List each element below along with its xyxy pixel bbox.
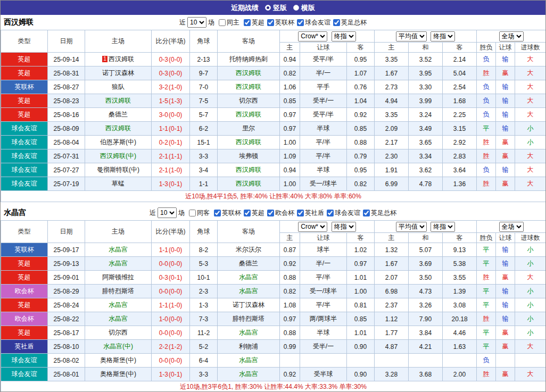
league-checkbox[interactable] bbox=[327, 210, 334, 216]
league-checkbox[interactable] bbox=[214, 210, 221, 216]
away-team-name: 里尔 bbox=[242, 124, 255, 132]
league-filter-label: 英社盾 bbox=[305, 208, 324, 218]
away-team-cell: 埃弗顿 bbox=[218, 149, 280, 163]
league-checkbox[interactable] bbox=[244, 19, 251, 26]
odds-away: 0.92 bbox=[347, 108, 375, 122]
league-checkbox[interactable] bbox=[267, 210, 274, 216]
avg-draw: 7.90 bbox=[409, 312, 443, 326]
team-name: 水晶宫 bbox=[4, 208, 26, 218]
result-handicap: 输 bbox=[496, 94, 515, 108]
col-header-type: 类型 bbox=[1, 221, 48, 243]
layout-option-vertical[interactable]: 竖版 bbox=[265, 3, 287, 13]
result-outcome: 平 bbox=[477, 257, 496, 271]
sub-header-odds-away: 客 bbox=[347, 43, 375, 53]
same-venue-checkbox[interactable] bbox=[219, 19, 226, 26]
odds-away: 0.95 bbox=[347, 163, 375, 177]
home-team-name: 西汉姆联(中) bbox=[100, 152, 136, 160]
league-checkbox[interactable] bbox=[297, 210, 304, 216]
away-team-cell: 西汉姆联 bbox=[218, 108, 280, 122]
full-time-score: 1-3 bbox=[159, 371, 168, 378]
odds-handicap: 受平/半 bbox=[300, 108, 347, 122]
radio-selected-icon[interactable] bbox=[265, 5, 271, 11]
match-date: 25-08-17 bbox=[48, 326, 85, 340]
odds-company-select[interactable]: Crow* bbox=[298, 31, 327, 41]
same-venue-filter[interactable]: 同客 bbox=[186, 208, 210, 218]
league-filter[interactable]: 英超 bbox=[241, 208, 264, 218]
league-checkbox[interactable] bbox=[267, 19, 274, 26]
away-team-name: 西汉姆联 bbox=[236, 83, 261, 90]
sub-header-goals: 进球数 bbox=[515, 43, 546, 53]
avg-draw: 3.65 bbox=[409, 136, 443, 149]
odds-company-select[interactable]: Crow* bbox=[298, 222, 327, 232]
avg-away: 1.68 bbox=[443, 94, 477, 108]
odds-handicap: 半球 bbox=[300, 326, 347, 340]
result-outcome: 胜 bbox=[477, 149, 496, 163]
league-checkbox[interactable] bbox=[333, 19, 340, 26]
home-team-cell: 切尔西 bbox=[85, 326, 152, 340]
average-select[interactable]: 平均值 bbox=[396, 31, 427, 41]
odds-away: 0.88 bbox=[347, 136, 375, 149]
away-team-name: 水晶宫 bbox=[239, 370, 258, 378]
odds-time-select[interactable]: 终指 bbox=[332, 31, 356, 41]
recent-count-select[interactable]: 10 bbox=[158, 207, 177, 218]
avg-away: 2.54 bbox=[443, 80, 477, 94]
odds-handicap: 半球 bbox=[300, 122, 347, 136]
league-checkbox[interactable] bbox=[363, 210, 370, 216]
average-time-select[interactable]: 终指 bbox=[431, 222, 455, 232]
league-filter[interactable]: 球会友谊 bbox=[294, 18, 330, 27]
odds-header: Crow* 终指 bbox=[280, 221, 375, 233]
odds-away: 0.85 bbox=[347, 312, 375, 326]
corner-count: 9-7 bbox=[190, 66, 218, 80]
corner-count: 2-13 bbox=[190, 53, 218, 66]
league-checkbox[interactable] bbox=[244, 210, 251, 216]
league-filter[interactable]: 欧会杯 bbox=[264, 208, 294, 218]
radio-unselected-icon[interactable] bbox=[293, 5, 299, 11]
league-filter-label: 球会友谊 bbox=[305, 18, 330, 27]
result-handicap: 赢 bbox=[496, 66, 515, 80]
same-venue-filter[interactable]: 同主 bbox=[216, 18, 239, 27]
scope-select[interactable]: 全场 bbox=[499, 31, 524, 41]
league-filter[interactable]: 英联杯 bbox=[264, 18, 294, 27]
match-row: 英超25-09-141西汉姆联0-3(0-0)2-13托特纳姆热刺0.94受平/… bbox=[1, 53, 546, 66]
home-team-cell: 西汉姆联 bbox=[85, 94, 152, 108]
match-date: 25-08-24 bbox=[48, 298, 85, 312]
odds-home: 1.00 bbox=[280, 177, 300, 191]
scope-header: 全场 bbox=[477, 30, 546, 43]
league-filter[interactable]: 球会友谊 bbox=[324, 208, 360, 218]
score-cell: 2-2(1-2) bbox=[152, 340, 190, 354]
odds-home: 1.08 bbox=[280, 298, 300, 312]
result-handicap: 输 bbox=[496, 80, 515, 94]
sub-header-handicap-result: 让球 bbox=[496, 233, 515, 243]
away-team-cell: 利物浦 bbox=[218, 340, 280, 354]
result-handicap: 赢 bbox=[496, 340, 515, 354]
result-goals: 小 bbox=[515, 243, 546, 257]
average-select[interactable]: 平均值 bbox=[396, 222, 427, 232]
home-team-cell: 狼队 bbox=[85, 80, 152, 94]
result-handicap: 赢 bbox=[496, 326, 515, 340]
odds-handicap: 受平/半 bbox=[300, 53, 347, 66]
odds-time-select[interactable]: 终指 bbox=[332, 222, 356, 232]
odds-home: 1.00 bbox=[280, 136, 300, 149]
odds-away: 1.07 bbox=[347, 66, 375, 80]
col-header-home: 主场 bbox=[85, 30, 152, 53]
same-venue-label: 同客 bbox=[197, 208, 210, 218]
same-venue-checkbox[interactable] bbox=[189, 210, 196, 216]
away-team-cell: 水晶宫 bbox=[218, 326, 280, 340]
league-filter[interactable]: 英足总杯 bbox=[330, 18, 367, 27]
result-outcome: 平 bbox=[477, 243, 496, 257]
league-filter[interactable]: 英超 bbox=[241, 18, 264, 27]
odds-handicap: 平/半 bbox=[300, 271, 347, 285]
sub-header-avg-home: 主 bbox=[375, 233, 409, 243]
league-filter[interactable]: 英社盾 bbox=[294, 208, 324, 218]
sub-header-avg-draw: 和 bbox=[409, 233, 443, 243]
recent-count-select[interactable]: 10 bbox=[187, 17, 206, 28]
home-team-cell: 西汉姆联(中) bbox=[85, 149, 152, 163]
odds-handicap: 球半 bbox=[300, 243, 347, 257]
col-header-corner: 角球 bbox=[190, 30, 218, 53]
league-filter[interactable]: 英联杯 bbox=[211, 208, 241, 218]
league-filter[interactable]: 英足总杯 bbox=[360, 208, 396, 218]
scope-select[interactable]: 全场 bbox=[499, 222, 524, 232]
layout-option-horizontal[interactable]: 横版 bbox=[293, 3, 315, 13]
league-checkbox[interactable] bbox=[297, 19, 304, 26]
average-time-select[interactable]: 终指 bbox=[431, 31, 455, 41]
